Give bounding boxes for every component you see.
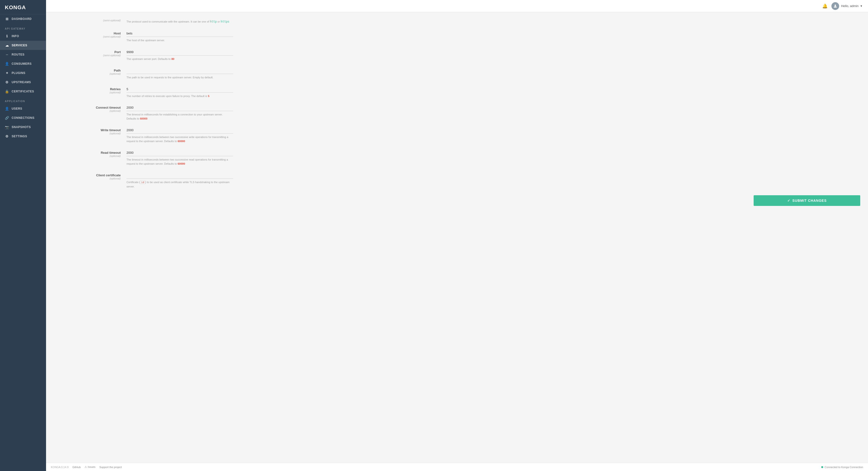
sidebar-item-plugins[interactable]: ✦ PLUGINS — [0, 68, 46, 78]
submit-label: SUBMIT CHANGES — [793, 199, 827, 203]
client-cert-optional: (optional) — [54, 177, 121, 180]
port-label: Port — [54, 50, 121, 54]
plugins-icon: ✦ — [5, 71, 9, 75]
host-input[interactable] — [126, 31, 233, 37]
path-row: Path (optional) The path to be used in r… — [54, 68, 860, 80]
host-help: The host of the upstream server. — [126, 38, 233, 42]
host-row: Host (semi-optional) The host of the ups… — [54, 31, 860, 42]
sidebar-item-label: CONSUMERS — [12, 62, 32, 65]
issues-icon: ⚠ — [85, 465, 87, 468]
connect-timeout-input[interactable] — [126, 105, 233, 111]
connect-timeout-row: Connect timeout (optional) The timeout i… — [54, 105, 860, 121]
sidebar-item-snapshots[interactable]: 📷 SNAPSHOTS — [0, 122, 46, 132]
port-input[interactable] — [126, 49, 233, 56]
sidebar-item-dashboard[interactable]: ⊞ DASHBOARD — [0, 14, 46, 24]
sidebar-item-label: SNAPSHOTS — [12, 125, 31, 129]
topbar: 🔔 Hello, admin ▾ — [46, 0, 868, 12]
sidebar-section-application: APPLICATION — [0, 96, 46, 104]
user-label: Hello, admin — [841, 4, 859, 8]
sidebar-item-label: USERS — [12, 107, 22, 110]
client-cert-label: Client certificate — [54, 173, 121, 177]
client-cert-input[interactable] — [126, 172, 233, 179]
retries-input[interactable] — [126, 86, 233, 93]
svg-point-0 — [835, 5, 836, 6]
sidebar-item-label: PLUGINS — [12, 71, 26, 75]
submit-row: ✓ SUBMIT CHANGES — [54, 195, 860, 206]
read-timeout-input[interactable] — [126, 150, 233, 156]
connect-timeout-help: The timeout in milliseconds for establis… — [126, 113, 233, 121]
submit-button[interactable]: ✓ SUBMIT CHANGES — [754, 195, 860, 206]
read-timeout-help: The timeout in milliseconds between two … — [126, 158, 233, 166]
footer-left: KONGA 0.14.9 GitHub ⚠ Issues Support the… — [51, 465, 122, 469]
connect-timeout-label: Connect timeout — [54, 106, 121, 109]
write-timeout-help: The timeout in milliseconds between two … — [126, 135, 233, 143]
content-area: (semi-optional) The protocol used to com… — [46, 12, 868, 463]
sidebar-item-consumers[interactable]: 👤 CONSUMERS — [0, 59, 46, 68]
protocol-row: (semi-optional) The protocol used to com… — [54, 18, 860, 24]
submit-checkmark-icon: ✓ — [787, 199, 790, 203]
sidebar-item-label: UPSTREAMS — [12, 81, 31, 84]
consumers-icon: 👤 — [5, 62, 9, 66]
port-semi-optional: (semi-optional) — [54, 54, 121, 57]
read-timeout-row: Read timeout (optional) The timeout in m… — [54, 150, 860, 166]
sidebar-item-upstreams[interactable]: ⚙ UPSTREAMS — [0, 78, 46, 87]
read-timeout-label: Read timeout — [54, 151, 121, 154]
footer-version: KONGA 0.14.9 — [51, 466, 69, 469]
port-help: The upstream server port. Defaults to 80 — [126, 57, 233, 61]
sidebar: KONGA ⊞ DASHBOARD API GATEWAY ℹ INFO ☁ S… — [0, 0, 46, 471]
port-row: Port (semi-optional) The upstream server… — [54, 49, 860, 61]
retries-row: Retries (optional) The number of retries… — [54, 86, 860, 98]
services-icon: ☁ — [5, 43, 9, 48]
user-menu[interactable]: Hello, admin ▾ — [831, 2, 862, 10]
sidebar-item-info[interactable]: ℹ INFO — [0, 32, 46, 41]
sidebar-item-certificates[interactable]: 🔒 CERTIFICATES — [0, 87, 46, 96]
sidebar-item-label: CONNECTIONS — [12, 116, 34, 120]
protocol-help-text: The protocol used to communicate with th… — [126, 20, 233, 24]
sidebar-item-services[interactable]: ☁ SERVICES — [0, 41, 46, 50]
snapshots-icon: 📷 — [5, 125, 9, 129]
retries-help: The number of retries to execute upon fa… — [126, 94, 233, 98]
client-cert-help: Certificate (id) to be used as client ce… — [126, 180, 233, 188]
footer-github-link[interactable]: GitHub — [72, 466, 81, 469]
path-input[interactable] — [126, 68, 233, 74]
footer-support-link[interactable]: Support the project — [99, 466, 122, 469]
footer-right: Connected to Konga Connection — [821, 466, 863, 469]
info-icon: ℹ — [5, 34, 9, 38]
sidebar-section-api-gateway: API GATEWAY — [0, 24, 46, 32]
dropdown-icon: ▾ — [861, 4, 862, 8]
certificates-icon: 🔒 — [5, 89, 9, 94]
sidebar-item-label: SERVICES — [12, 43, 27, 47]
sidebar-item-connections[interactable]: 🔗 CONNECTIONS — [0, 113, 46, 122]
footer: KONGA 0.14.9 GitHub ⚠ Issues Support the… — [46, 463, 868, 471]
sidebar-item-label: CERTIFICATES — [12, 90, 34, 93]
path-help: The path to be used in requests to the u… — [126, 76, 233, 80]
sidebar-item-routes[interactable]: ↔ ROUTES — [0, 50, 46, 59]
connection-status-text: Connected to Konga Connection — [825, 466, 863, 469]
sidebar-item-label: DASHBOARD — [12, 17, 32, 21]
connections-icon: 🔗 — [5, 116, 9, 120]
dashboard-icon: ⊞ — [5, 17, 9, 21]
connect-timeout-optional: (optional) — [54, 109, 121, 112]
sidebar-item-label: ROUTES — [12, 53, 25, 56]
sidebar-item-settings[interactable]: ⚙ SETTINGS — [0, 132, 46, 141]
sidebar-item-label: INFO — [12, 34, 19, 38]
client-cert-row: Client certificate (optional) Certificat… — [54, 172, 860, 188]
sidebar-item-users[interactable]: 👤 USERS — [0, 104, 46, 113]
host-label: Host — [54, 32, 121, 35]
path-label: Path — [54, 69, 121, 72]
routes-icon: ↔ — [5, 52, 9, 57]
write-timeout-row: Write timeout (optional) The timeout in … — [54, 127, 860, 143]
sidebar-item-label: SETTINGS — [12, 135, 27, 138]
settings-icon: ⚙ — [5, 134, 9, 139]
upstreams-icon: ⚙ — [5, 80, 9, 84]
path-optional: (optional) — [54, 72, 121, 75]
footer-issues-link[interactable]: ⚠ Issues — [85, 465, 95, 469]
protocol-semi-optional-label: (semi-optional) — [54, 19, 121, 22]
bell-icon[interactable]: 🔔 — [822, 3, 828, 9]
write-timeout-optional: (optional) — [54, 132, 121, 135]
avatar — [831, 2, 839, 10]
app-logo: KONGA — [0, 0, 46, 14]
write-timeout-input[interactable] — [126, 127, 233, 134]
users-icon: 👤 — [5, 107, 9, 111]
main-content: (semi-optional) The protocol used to com… — [46, 12, 868, 463]
